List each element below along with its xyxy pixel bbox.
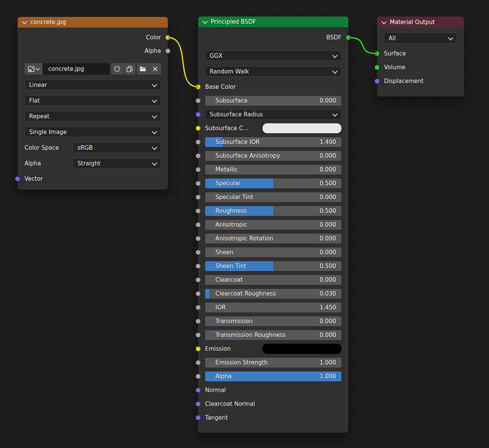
bsdf-subsurface-c-socket[interactable] [195,126,201,131]
bsdf-clearcoat-normal-socket[interactable] [195,401,201,407]
bsdf-sheen-tint-slider[interactable]: Sheen Tint0.500 [205,261,341,271]
bsdf-row-ior: IOR1.450 [205,302,341,312]
image-browse-button[interactable] [25,63,43,75]
collapse-chevron-icon[interactable] [202,19,208,24]
slider-label: Clearcoat [215,276,243,283]
projection-dropdown[interactable]: Flat [25,95,161,106]
bsdf-transmission-socket[interactable] [195,319,201,324]
image-color-output-socket[interactable] [165,35,171,40]
bsdf-anisotropic-slider[interactable]: Anisotropic0.000 [205,220,341,230]
bsdf-subsurface-anisotropy-socket[interactable] [195,153,201,159]
color-space-dropdown[interactable]: sRGB [73,142,161,153]
slider-label: Subsurface [215,97,248,104]
bsdf-row-clearcoat-normal: Clearcoat Normal [205,399,341,409]
bsdf-normal-socket[interactable] [195,388,201,393]
bsdf-ior-socket[interactable] [195,305,201,310]
image-texture-node: concrete.jpg ColorAlpha concrete.jpg [18,17,168,190]
open-image-button[interactable] [137,63,149,75]
bsdf-tangent-socket[interactable] [195,415,201,420]
bsdf-specular-tint-slider[interactable]: Specular Tint0.000 [205,192,341,202]
extension-dropdown[interactable]: Repeat [25,111,161,121]
bsdf-subsurface-anisotropy-slider[interactable]: Subsurface Anisotropy0.000 [205,151,341,161]
folder-icon [139,66,146,72]
node-title: concrete.jpg [30,19,66,26]
subsurface-method-dropdown[interactable]: Random Walk [205,66,341,77]
bsdf-base-color-socket[interactable] [195,84,201,90]
distribution-dropdown[interactable]: GGX [205,51,341,61]
unlink-image-button[interactable] [149,63,161,75]
image-name-field[interactable]: concrete.jpg [43,63,110,75]
bsdf-output-socket[interactable] [346,35,351,40]
principled-bsdf-node-header[interactable]: Principled BSDF [198,16,348,27]
node-title: Principled BSDF [211,18,256,25]
bsdf-sheen-tint-socket[interactable] [195,263,201,269]
node-title: Material Output [390,19,435,26]
bsdf-specular-socket[interactable] [195,181,201,186]
bsdf-transmission-roughness-slider[interactable]: Transmission Roughness0.000 [205,330,341,340]
chevron-down-icon [152,97,157,103]
bsdf-alpha-socket[interactable] [195,374,201,379]
bsdf-anisotropic-socket[interactable] [195,222,201,227]
bsdf-emission-strength-slider[interactable]: Emission Strength1.000 [205,358,341,368]
bsdf-sheen-socket[interactable] [195,250,201,255]
bsdf-row-sheen-tint: Sheen Tint0.500 [205,261,341,271]
bsdf-transmission-slider[interactable]: Transmission0.000 [205,316,341,326]
bsdf-clearcoat-roughness-slider[interactable]: Clearcoat Roughness0.030 [205,289,341,299]
bsdf-anisotropic-rotation-socket[interactable] [195,236,201,241]
bsdf-clearcoat-socket[interactable] [195,277,201,283]
output-volume-socket[interactable] [374,65,380,70]
output-surface-socket[interactable] [374,51,380,56]
bsdf-row-subsurface: Subsurface0.000 [205,96,341,106]
bsdf-metallic-slider[interactable]: Metallic0.000 [205,165,341,175]
fake-user-button[interactable] [111,63,123,75]
bsdf-roughness-socket[interactable] [195,208,201,214]
bsdf-emission-strength-socket[interactable] [195,360,201,365]
alpha-mode-dropdown[interactable]: Straight [73,158,161,168]
bsdf-metallic-socket[interactable] [195,167,201,172]
bsdf-alpha-slider[interactable]: Alpha1.000 [205,371,341,381]
bsdf-specular-tint-socket[interactable] [195,195,201,200]
bsdf-ior-slider[interactable]: IOR1.450 [205,302,341,312]
row-label: Subsurface C... [205,125,263,132]
bsdf-sheen-slider[interactable]: Sheen0.000 [205,247,341,257]
interpolation-dropdown[interactable]: Linear [25,80,161,90]
material-output-node-header[interactable]: Material Output [377,16,464,28]
duplicate-image-button[interactable] [123,63,135,75]
image-alpha-output-socket[interactable] [165,48,171,54]
slider-value: 0.000 [320,194,336,201]
bsdf-row-transmission: Transmission0.000 [205,316,341,326]
image-vector-input-socket[interactable] [15,176,20,181]
bsdf-subsurface-ior-socket[interactable] [195,139,201,145]
bsdf-transmission-roughness-socket[interactable] [195,332,201,338]
collapse-chevron-icon[interactable] [381,19,387,25]
bsdf-subsurface-radius-socket[interactable] [195,112,201,117]
bsdf-clearcoat-roughness-socket[interactable] [195,291,201,296]
bsdf-subsurface-c-color-swatch[interactable] [263,123,341,133]
bsdf-roughness-slider[interactable]: Roughness0.500 [205,206,341,216]
chevron-down-icon [152,113,157,118]
chevron-down-icon [332,111,338,117]
target-dropdown[interactable]: All [384,33,457,44]
bsdf-subsurface-ior-slider[interactable]: Subsurface IOR1.400 [205,137,341,147]
source-dropdown[interactable]: Single Image [25,127,161,137]
bsdf-subsurface-slider[interactable]: Subsurface0.000 [205,96,341,106]
bsdf-subsurface-socket[interactable] [195,98,201,103]
slider-label: Roughness [215,208,247,214]
image-texture-node-header[interactable]: concrete.jpg [18,17,168,28]
slider-label: Subsurface Anisotropy [215,152,280,159]
image-datablock-row: concrete.jpg [25,63,161,75]
bsdf-clearcoat-slider[interactable]: Clearcoat0.000 [205,275,341,285]
bsdf-emission-socket[interactable] [195,346,201,352]
node-editor-canvas[interactable]: concrete.jpg ColorAlpha concrete.jpg [0,0,489,448]
bsdf-subsurface-radius-dropdown[interactable]: Subsurface Radius [205,110,341,119]
bsdf-anisotropic-rotation-slider[interactable]: Anisotropic Rotation0.000 [205,234,341,244]
row-label: Emission [205,345,263,352]
chevron-down-icon [152,160,157,165]
bsdf-emission-color-swatch[interactable] [263,344,341,354]
bsdf-specular-slider[interactable]: Specular0.500 [205,178,341,188]
image-node-inputs: Vector [25,174,161,183]
collapse-chevron-icon[interactable] [22,19,27,25]
output-displacement-socket[interactable] [374,78,380,84]
bsdf-row-specular-tint: Specular Tint0.000 [205,192,341,202]
dropdown-value: All [389,35,396,42]
